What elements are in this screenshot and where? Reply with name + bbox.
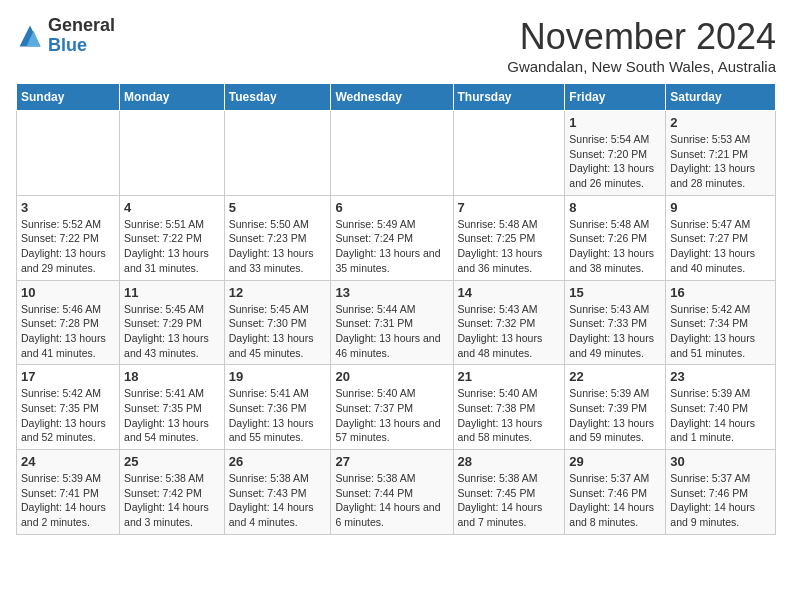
day-info: Sunrise: 5:41 AM Sunset: 7:35 PM Dayligh… [124, 386, 220, 445]
calendar-cell: 17Sunrise: 5:42 AM Sunset: 7:35 PM Dayli… [17, 365, 120, 450]
calendar-cell [17, 111, 120, 196]
day-number: 27 [335, 454, 448, 469]
calendar-cell: 9Sunrise: 5:47 AM Sunset: 7:27 PM Daylig… [666, 195, 776, 280]
day-of-week-header: Saturday [666, 84, 776, 111]
day-number: 18 [124, 369, 220, 384]
calendar-cell: 6Sunrise: 5:49 AM Sunset: 7:24 PM Daylig… [331, 195, 453, 280]
month-title: November 2024 [507, 16, 776, 58]
day-info: Sunrise: 5:38 AM Sunset: 7:42 PM Dayligh… [124, 471, 220, 530]
calendar-cell: 2Sunrise: 5:53 AM Sunset: 7:21 PM Daylig… [666, 111, 776, 196]
calendar-cell: 26Sunrise: 5:38 AM Sunset: 7:43 PM Dayli… [224, 450, 331, 535]
calendar-cell [120, 111, 225, 196]
day-number: 17 [21, 369, 115, 384]
day-info: Sunrise: 5:45 AM Sunset: 7:30 PM Dayligh… [229, 302, 327, 361]
day-info: Sunrise: 5:45 AM Sunset: 7:29 PM Dayligh… [124, 302, 220, 361]
day-info: Sunrise: 5:44 AM Sunset: 7:31 PM Dayligh… [335, 302, 448, 361]
logo-general: General [48, 15, 115, 35]
calendar-body: 1Sunrise: 5:54 AM Sunset: 7:20 PM Daylig… [17, 111, 776, 535]
calendar-header-row: SundayMondayTuesdayWednesdayThursdayFrid… [17, 84, 776, 111]
day-number: 29 [569, 454, 661, 469]
day-number: 11 [124, 285, 220, 300]
day-number: 28 [458, 454, 561, 469]
day-number: 2 [670, 115, 771, 130]
day-info: Sunrise: 5:50 AM Sunset: 7:23 PM Dayligh… [229, 217, 327, 276]
calendar-cell: 29Sunrise: 5:37 AM Sunset: 7:46 PM Dayli… [565, 450, 666, 535]
day-number: 7 [458, 200, 561, 215]
logo-text: General Blue [48, 16, 115, 56]
day-info: Sunrise: 5:40 AM Sunset: 7:38 PM Dayligh… [458, 386, 561, 445]
day-of-week-header: Friday [565, 84, 666, 111]
calendar-cell [224, 111, 331, 196]
day-number: 24 [21, 454, 115, 469]
calendar-cell: 20Sunrise: 5:40 AM Sunset: 7:37 PM Dayli… [331, 365, 453, 450]
calendar-cell: 18Sunrise: 5:41 AM Sunset: 7:35 PM Dayli… [120, 365, 225, 450]
day-info: Sunrise: 5:48 AM Sunset: 7:26 PM Dayligh… [569, 217, 661, 276]
day-info: Sunrise: 5:40 AM Sunset: 7:37 PM Dayligh… [335, 386, 448, 445]
calendar-cell: 30Sunrise: 5:37 AM Sunset: 7:46 PM Dayli… [666, 450, 776, 535]
day-info: Sunrise: 5:42 AM Sunset: 7:34 PM Dayligh… [670, 302, 771, 361]
calendar-cell: 24Sunrise: 5:39 AM Sunset: 7:41 PM Dayli… [17, 450, 120, 535]
day-info: Sunrise: 5:46 AM Sunset: 7:28 PM Dayligh… [21, 302, 115, 361]
day-of-week-header: Tuesday [224, 84, 331, 111]
day-number: 22 [569, 369, 661, 384]
day-of-week-header: Sunday [17, 84, 120, 111]
logo-blue: Blue [48, 35, 87, 55]
day-number: 6 [335, 200, 448, 215]
calendar-cell: 25Sunrise: 5:38 AM Sunset: 7:42 PM Dayli… [120, 450, 225, 535]
calendar-week-row: 10Sunrise: 5:46 AM Sunset: 7:28 PM Dayli… [17, 280, 776, 365]
calendar-cell: 10Sunrise: 5:46 AM Sunset: 7:28 PM Dayli… [17, 280, 120, 365]
day-number: 15 [569, 285, 661, 300]
day-info: Sunrise: 5:38 AM Sunset: 7:45 PM Dayligh… [458, 471, 561, 530]
day-info: Sunrise: 5:51 AM Sunset: 7:22 PM Dayligh… [124, 217, 220, 276]
day-number: 9 [670, 200, 771, 215]
day-info: Sunrise: 5:39 AM Sunset: 7:41 PM Dayligh… [21, 471, 115, 530]
calendar-cell: 19Sunrise: 5:41 AM Sunset: 7:36 PM Dayli… [224, 365, 331, 450]
day-of-week-header: Wednesday [331, 84, 453, 111]
calendar-cell: 21Sunrise: 5:40 AM Sunset: 7:38 PM Dayli… [453, 365, 565, 450]
calendar-cell [453, 111, 565, 196]
calendar-cell: 12Sunrise: 5:45 AM Sunset: 7:30 PM Dayli… [224, 280, 331, 365]
day-number: 26 [229, 454, 327, 469]
day-info: Sunrise: 5:49 AM Sunset: 7:24 PM Dayligh… [335, 217, 448, 276]
day-number: 8 [569, 200, 661, 215]
calendar-table: SundayMondayTuesdayWednesdayThursdayFrid… [16, 83, 776, 535]
day-number: 30 [670, 454, 771, 469]
calendar-week-row: 17Sunrise: 5:42 AM Sunset: 7:35 PM Dayli… [17, 365, 776, 450]
day-number: 23 [670, 369, 771, 384]
day-number: 5 [229, 200, 327, 215]
calendar-cell: 16Sunrise: 5:42 AM Sunset: 7:34 PM Dayli… [666, 280, 776, 365]
day-info: Sunrise: 5:42 AM Sunset: 7:35 PM Dayligh… [21, 386, 115, 445]
page-header: General Blue November 2024 Gwandalan, Ne… [16, 16, 776, 75]
day-number: 14 [458, 285, 561, 300]
day-info: Sunrise: 5:39 AM Sunset: 7:40 PM Dayligh… [670, 386, 771, 445]
calendar-cell: 11Sunrise: 5:45 AM Sunset: 7:29 PM Dayli… [120, 280, 225, 365]
day-info: Sunrise: 5:38 AM Sunset: 7:43 PM Dayligh… [229, 471, 327, 530]
calendar-cell: 15Sunrise: 5:43 AM Sunset: 7:33 PM Dayli… [565, 280, 666, 365]
subtitle: Gwandalan, New South Wales, Australia [507, 58, 776, 75]
day-info: Sunrise: 5:52 AM Sunset: 7:22 PM Dayligh… [21, 217, 115, 276]
day-number: 21 [458, 369, 561, 384]
calendar-cell: 5Sunrise: 5:50 AM Sunset: 7:23 PM Daylig… [224, 195, 331, 280]
calendar-cell: 22Sunrise: 5:39 AM Sunset: 7:39 PM Dayli… [565, 365, 666, 450]
calendar-cell: 28Sunrise: 5:38 AM Sunset: 7:45 PM Dayli… [453, 450, 565, 535]
logo-icon [16, 22, 44, 50]
calendar-week-row: 1Sunrise: 5:54 AM Sunset: 7:20 PM Daylig… [17, 111, 776, 196]
calendar-week-row: 24Sunrise: 5:39 AM Sunset: 7:41 PM Dayli… [17, 450, 776, 535]
logo: General Blue [16, 16, 115, 56]
calendar-cell: 1Sunrise: 5:54 AM Sunset: 7:20 PM Daylig… [565, 111, 666, 196]
day-of-week-header: Monday [120, 84, 225, 111]
day-number: 10 [21, 285, 115, 300]
day-number: 16 [670, 285, 771, 300]
day-info: Sunrise: 5:38 AM Sunset: 7:44 PM Dayligh… [335, 471, 448, 530]
title-block: November 2024 Gwandalan, New South Wales… [507, 16, 776, 75]
calendar-cell: 27Sunrise: 5:38 AM Sunset: 7:44 PM Dayli… [331, 450, 453, 535]
day-number: 1 [569, 115, 661, 130]
day-number: 3 [21, 200, 115, 215]
calendar-cell: 8Sunrise: 5:48 AM Sunset: 7:26 PM Daylig… [565, 195, 666, 280]
calendar-cell: 14Sunrise: 5:43 AM Sunset: 7:32 PM Dayli… [453, 280, 565, 365]
day-info: Sunrise: 5:48 AM Sunset: 7:25 PM Dayligh… [458, 217, 561, 276]
calendar-cell [331, 111, 453, 196]
day-number: 4 [124, 200, 220, 215]
day-info: Sunrise: 5:43 AM Sunset: 7:33 PM Dayligh… [569, 302, 661, 361]
calendar-cell: 23Sunrise: 5:39 AM Sunset: 7:40 PM Dayli… [666, 365, 776, 450]
